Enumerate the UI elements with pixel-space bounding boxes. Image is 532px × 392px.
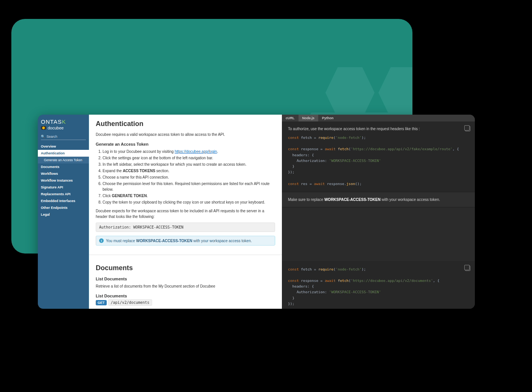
list-documents-desc: Retrieve a list of documents from the My… [96, 283, 275, 289]
sidebar-item-replacements-api[interactable]: Replacements API [38, 191, 89, 198]
main-content[interactable]: Authentication Docubee requires a valid … [89, 115, 282, 309]
tab-python[interactable]: Python [318, 115, 338, 121]
copy-icon[interactable] [465, 126, 470, 131]
sidebar-item-other-endpoints[interactable]: Other Endpoints [38, 204, 89, 211]
sidebar-item-authentication[interactable]: Authentication [38, 150, 89, 157]
code-snippet-1: const fetch = require('node-fetch'); con… [288, 135, 469, 187]
info-text: You must replace WORKSPACE-ACCESS-TOKEN … [106, 239, 252, 243]
sidebar-item-legal[interactable]: Legal [38, 211, 89, 218]
endpoint-path: /api/v2/documents [108, 299, 152, 306]
code-block-documents: const fetch = require('node-fetch'); con… [282, 261, 475, 309]
sidebar: ONTASK docubee 🔍 Overview Authentication… [38, 115, 89, 309]
step-7: Click GENERATE TOKEN. [103, 193, 275, 199]
replace-note-block: Make sure to replace WORKSPACE-ACCESS-TO… [282, 192, 475, 207]
step-3: In the left sidebar, select the workspac… [103, 162, 275, 167]
list-documents-heading: List Documents [96, 277, 275, 281]
brand-sub-label: docubee [48, 126, 64, 130]
brand-ontask: ONTASK [41, 118, 86, 125]
list-documents-heading-2: List Documents [96, 294, 275, 298]
sidebar-item-embedded-interfaces[interactable]: Embedded Interfaces [38, 198, 89, 204]
replace-note: Make sure to replace WORKSPACE-ACCESS-TO… [288, 198, 469, 202]
brand-docubee: docubee [41, 126, 86, 130]
step-5: Choose a name for this API connection. [103, 174, 275, 180]
code-panel: cURL Node.js Python To authorize, use th… [282, 115, 475, 309]
generate-token-steps: Log in to your Docubee account by visiti… [96, 149, 275, 205]
sidebar-item-workflow-instances[interactable]: Workflow Instances [38, 177, 89, 184]
docs-app-window: ONTASK docubee 🔍 Overview Authentication… [38, 115, 475, 309]
code-spacer [282, 207, 475, 261]
sidebar-item-signature-api[interactable]: Signature API [38, 184, 89, 191]
tab-curl[interactable]: cURL [282, 115, 299, 121]
authorize-note: To authorize, use the workspace access t… [288, 127, 469, 131]
auth-header-example: Authorization: WORKSPACE-ACCESS-TOKEN [96, 222, 275, 232]
search-icon: 🔍 [41, 135, 45, 138]
step-8: Copy the token to your clipboard by clic… [103, 199, 275, 205]
step-4: Expand the ACCESS TOKENS section. [103, 168, 275, 174]
code-tabs: cURL Node.js Python [282, 115, 475, 121]
tab-nodejs[interactable]: Node.js [299, 115, 319, 121]
login-link[interactable]: https://docubee.app/login [175, 149, 217, 154]
generate-token-heading: Generate an Access Token [96, 142, 275, 146]
sidebar-item-workflows[interactable]: Workflows [38, 170, 89, 177]
sidebar-item-documents[interactable]: Documents [38, 163, 89, 170]
sidebar-item-overview[interactable]: Overview [38, 143, 89, 150]
page-title: Authentication [96, 120, 275, 128]
bee-icon [41, 126, 46, 130]
copy-icon[interactable] [465, 266, 470, 271]
endpoint-row: GET/api/v2/documents [96, 300, 275, 305]
sidebar-nav: Overview Authentication Generate an Acce… [38, 143, 89, 218]
section-divider [89, 255, 282, 255]
step-1: Log in to your Docubee account by visiti… [103, 149, 275, 154]
info-icon: i [99, 238, 104, 243]
documents-title: Documents [96, 264, 275, 272]
logo-block: ONTASK docubee [38, 115, 89, 133]
step-6: Choose the permission level for this tok… [103, 181, 275, 192]
code-block-auth: To authorize, use the workspace access t… [282, 121, 475, 192]
search-field[interactable]: 🔍 [41, 135, 86, 140]
search-input[interactable] [47, 135, 84, 138]
auth-intro: Docubee requires a valid workspace acces… [96, 132, 275, 137]
auth-expects: Docubee expects for the workspace access… [96, 208, 275, 219]
sidebar-subitem-generate-token[interactable]: Generate an Access Token [38, 157, 89, 163]
step-2: Click the settings gear icon at the bott… [103, 155, 275, 161]
info-callout: i You must replace WORKSPACE-ACCESS-TOKE… [96, 236, 275, 246]
http-method-badge: GET [96, 300, 107, 305]
code-snippet-2: const fetch = require('node-fetch'); con… [288, 266, 469, 306]
